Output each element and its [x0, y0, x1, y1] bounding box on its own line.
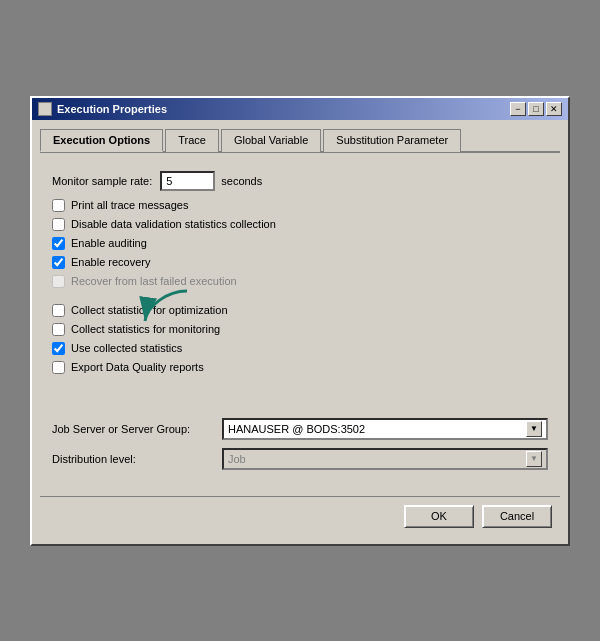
use-collected-checkbox[interactable]: [52, 342, 65, 355]
use-collected-label: Use collected statistics: [71, 342, 182, 354]
title-bar-left: Execution Properties: [38, 102, 167, 116]
enable-auditing-checkbox[interactable]: [52, 237, 65, 250]
enable-recovery-row: Enable recovery: [52, 256, 548, 269]
disable-validation-row: Disable data validation statistics colle…: [52, 218, 548, 231]
monitor-sample-rate-label: Monitor sample rate:: [52, 175, 152, 187]
tab-bar: Execution Options Trace Global Variable …: [40, 128, 560, 153]
execution-properties-window: Execution Properties − □ ✕ Execution Opt…: [30, 96, 570, 546]
bottom-section: Job Server or Server Group: HANAUSER @ B…: [52, 410, 548, 470]
job-server-label: Job Server or Server Group:: [52, 423, 222, 435]
collect-monitoring-row: Collect statistics for monitoring: [52, 323, 548, 336]
job-server-row: Job Server or Server Group: HANAUSER @ B…: [52, 418, 548, 440]
tab-execution-options[interactable]: Execution Options: [40, 129, 163, 152]
button-bar: OK Cancel: [40, 496, 560, 536]
job-server-value: HANAUSER @ BODS:3502: [228, 423, 365, 435]
recover-last-checkbox[interactable]: [52, 275, 65, 288]
print-trace-label: Print all trace messages: [71, 199, 188, 211]
maximize-button[interactable]: □: [528, 102, 544, 116]
distribution-level-label: Distribution level:: [52, 453, 222, 465]
distribution-level-dropdown-arrow[interactable]: ▼: [526, 451, 542, 467]
tab-substitution-parameter[interactable]: Substitution Parameter: [323, 129, 461, 152]
seconds-label: seconds: [221, 175, 262, 187]
disable-validation-checkbox[interactable]: [52, 218, 65, 231]
export-dq-row: Export Data Quality reports: [52, 361, 548, 374]
job-server-dropdown-arrow[interactable]: ▼: [526, 421, 542, 437]
collect-optimization-checkbox[interactable]: [52, 304, 65, 317]
print-trace-row: Print all trace messages: [52, 199, 548, 212]
window-body: Execution Options Trace Global Variable …: [32, 120, 568, 544]
distribution-level-dropdown[interactable]: Job ▼: [222, 448, 548, 470]
recover-last-row: Recover from last failed execution: [52, 275, 548, 288]
minimize-button[interactable]: −: [510, 102, 526, 116]
separator1: [52, 294, 548, 304]
separator3: [52, 390, 548, 400]
enable-recovery-checkbox[interactable]: [52, 256, 65, 269]
tab-global-variable[interactable]: Global Variable: [221, 129, 321, 152]
collect-optimization-row: Collect statistics for optimization: [52, 304, 548, 317]
cancel-button[interactable]: Cancel: [482, 505, 552, 528]
enable-recovery-label: Enable recovery: [71, 256, 151, 268]
distribution-level-row: Distribution level: Job ▼: [52, 448, 548, 470]
title-buttons: − □ ✕: [510, 102, 562, 116]
tab-trace[interactable]: Trace: [165, 129, 219, 152]
app-icon: [38, 102, 52, 116]
collect-monitoring-checkbox[interactable]: [52, 323, 65, 336]
disable-validation-label: Disable data validation statistics colle…: [71, 218, 276, 230]
arrow-overlay: Enable recovery: [52, 256, 548, 269]
print-trace-checkbox[interactable]: [52, 199, 65, 212]
recover-last-label: Recover from last failed execution: [71, 275, 237, 287]
distribution-level-value: Job: [228, 453, 246, 465]
window-title: Execution Properties: [57, 103, 167, 115]
job-server-dropdown[interactable]: HANAUSER @ BODS:3502 ▼: [222, 418, 548, 440]
export-dq-checkbox[interactable]: [52, 361, 65, 374]
close-button[interactable]: ✕: [546, 102, 562, 116]
enable-auditing-row: Enable auditing: [52, 237, 548, 250]
use-collected-row: Use collected statistics: [52, 342, 548, 355]
collect-monitoring-label: Collect statistics for monitoring: [71, 323, 220, 335]
export-dq-label: Export Data Quality reports: [71, 361, 204, 373]
enable-auditing-label: Enable auditing: [71, 237, 147, 249]
monitor-sample-rate-input[interactable]: [160, 171, 215, 191]
separator2: [52, 380, 548, 390]
title-bar: Execution Properties − □ ✕: [32, 98, 568, 120]
collect-optimization-label: Collect statistics for optimization: [71, 304, 228, 316]
monitor-sample-rate-row: Monitor sample rate: seconds: [52, 171, 548, 191]
ok-button[interactable]: OK: [404, 505, 474, 528]
content-area: Monitor sample rate: seconds Print all t…: [40, 163, 560, 486]
